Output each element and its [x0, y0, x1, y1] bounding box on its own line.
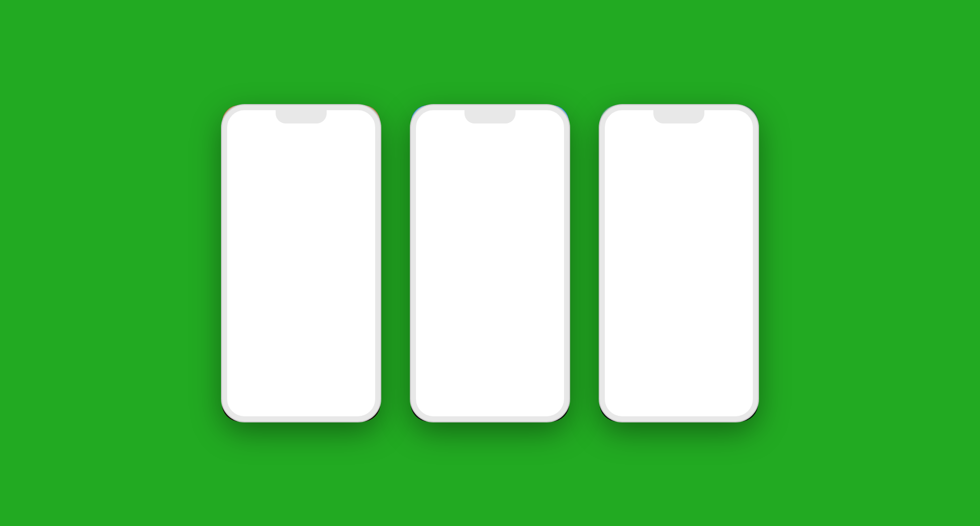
like-button[interactable]: ♥ 50K [358, 289, 375, 313]
comment-count: 200 [740, 334, 749, 339]
repost-row[interactable]: ↺ Repost [228, 364, 374, 371]
td-logos: TD TD [419, 141, 500, 179]
inbox-label: Inbox [518, 410, 529, 415]
phone-3-nav: LIVE Following For You ⌕ [600, 119, 758, 140]
svg-point-7 [707, 149, 715, 156]
phone-2-screen: TD TD LIVE [411, 105, 569, 421]
nav-add[interactable]: + [293, 398, 315, 415]
hashtag[interactable]: #Buffalo [606, 381, 752, 388]
search-icon[interactable]: ⌕ [557, 125, 562, 134]
following-tab[interactable]: Following [649, 126, 677, 133]
repost-icon: ↺ [228, 364, 233, 371]
repost-row[interactable]: ↺ Repost [417, 364, 563, 371]
discover-label: Discover [450, 410, 468, 415]
svg-rect-13 [697, 176, 748, 182]
search-icon[interactable]: ⌕ [368, 125, 373, 134]
heart-icon: ♥ [358, 289, 375, 307]
bottom-nav: ⌂ Home ◎ Discover + ✉ Inbox 👤 Profile [600, 392, 758, 421]
comment-button[interactable]: 💬 200 [358, 315, 375, 339]
phone-3: ꔅ ꔅ ꔅ ꔅ ꔅ [600, 105, 758, 421]
nav-inbox[interactable]: ✉ Inbox [518, 398, 529, 415]
nav-tabs: Following For You [649, 124, 709, 134]
nav-home[interactable]: ⌂ Home [234, 398, 247, 415]
svg-point-12 [709, 152, 711, 154]
nav-discover[interactable]: ◎ Discover [639, 398, 656, 415]
comment-count: 200 [551, 334, 560, 339]
nav-add[interactable]: + [482, 398, 504, 415]
for-you-tab[interactable]: For You [307, 124, 331, 134]
nav-inbox[interactable]: ✉ Inbox [707, 398, 718, 415]
username[interactable]: TD Canada [606, 372, 752, 380]
video-caption-area: Welcome to the ↺ Repost TD Canada #Buffa… [222, 345, 380, 392]
nav-profile[interactable]: 👤 Profile [355, 398, 368, 415]
profile-label: Profile [544, 410, 557, 415]
nav-discover[interactable]: ◎ Discover [261, 398, 279, 415]
like-count: 50K [362, 308, 371, 313]
live-badge: LIVE [418, 126, 436, 133]
home-icon: ⌂ [616, 398, 621, 409]
profile-icon: 👤 [733, 398, 745, 409]
heart-icon: ♥ [547, 289, 564, 307]
avatar [736, 266, 753, 283]
like-count: 50K [740, 308, 749, 313]
phone-1: TD Stay informed by getting banking aler… [222, 105, 380, 421]
native-title: ᐣjaáká Nàníya?í Doo ní Yitł'ó-di Tina [604, 194, 735, 203]
repost-row[interactable]: ↺ Repost [606, 364, 752, 371]
native-text-overlay: ᐣjaáká Nàníya?í Doo ní Yitł'ó-di Tina We… [604, 194, 735, 215]
heart-icon: ♥ [736, 289, 753, 307]
repost-label: Repost [424, 364, 442, 370]
nav-home[interactable]: ⌂ Home [612, 398, 624, 415]
inbox-icon: ✉ [709, 398, 717, 409]
add-button[interactable]: + [293, 398, 315, 415]
video-caption-area: Tsuut'ina Nation, ↺ Repost TD Canada #Bu… [411, 345, 569, 392]
comment-button[interactable]: 💬 200 [547, 315, 564, 339]
add-button[interactable]: + [482, 398, 504, 415]
phone-2-nav: LIVE Following For You ⌕ [411, 119, 569, 140]
nav-tabs: Following For You [460, 124, 520, 134]
comment-icon: 💬 [736, 315, 753, 333]
hashtag[interactable]: #Buffalo [417, 381, 563, 388]
caption-text: Tsuut'ina Nation, [417, 349, 488, 361]
caption-text: "Dan it' ada!" [606, 352, 660, 364]
discover-icon: ◎ [455, 398, 463, 409]
username[interactable]: TD Canada [417, 372, 563, 380]
phone-1-screen: TD Stay informed by getting banking aler… [222, 105, 380, 421]
for-you-tab[interactable]: For You [496, 124, 520, 134]
td-logo-1: TD [419, 141, 457, 179]
home-icon: ⌂ [427, 398, 432, 409]
nav-inbox[interactable]: ✉ Inbox [329, 398, 340, 415]
repost-icon: ↺ [417, 364, 422, 371]
like-button[interactable]: ♥ 50K [736, 289, 753, 313]
live-badge: LIVE [607, 126, 625, 133]
comment-count: 200 [362, 334, 371, 339]
nav-profile[interactable]: 👤 Profile [544, 398, 557, 415]
comment-button[interactable]: 💬 200 [736, 315, 753, 339]
video-caption-area: "Dan it' ada!" ↺ Repost TD Canada #Buffa… [600, 347, 758, 392]
right-decoration: ᐊᐅᑫ [744, 146, 755, 178]
add-button[interactable]: + [671, 398, 693, 415]
bottom-nav: ⌂ Home ◎ Discover + ✉ Inbox 👤 Profile [222, 392, 380, 421]
profile-icon: 👤 [545, 398, 556, 409]
for-you-tab[interactable]: For You [684, 124, 709, 134]
hashtag[interactable]: #Buffalo [228, 381, 374, 388]
nav-add[interactable]: + [671, 398, 693, 415]
repost-icon: ↺ [606, 364, 610, 371]
username[interactable]: TD Canada [228, 372, 374, 380]
td-logo-2: TD [462, 141, 500, 179]
nav-home[interactable]: ⌂ Home [423, 398, 435, 415]
svg-point-0 [238, 290, 257, 313]
like-button[interactable]: ♥ 50K [547, 289, 564, 313]
inbox-icon: ✉ [520, 398, 528, 409]
inbox-label: Inbox [329, 410, 340, 415]
inbox-label: Inbox [707, 410, 718, 415]
search-icon[interactable]: ⌕ [746, 125, 751, 134]
repost-label: Repost [235, 364, 253, 370]
following-tab[interactable]: Following [272, 126, 300, 133]
nav-discover[interactable]: ◎ Discover [450, 398, 468, 415]
bottom-nav: ⌂ Home ◎ Discover + ✉ Inbox 👤 Profile [411, 392, 569, 421]
following-tab[interactable]: Following [460, 126, 488, 133]
discover-label: Discover [639, 410, 656, 415]
discover-icon: ◎ [266, 398, 274, 409]
inbox-icon: ✉ [331, 398, 339, 409]
nav-profile[interactable]: 👤 Profile [732, 398, 746, 415]
